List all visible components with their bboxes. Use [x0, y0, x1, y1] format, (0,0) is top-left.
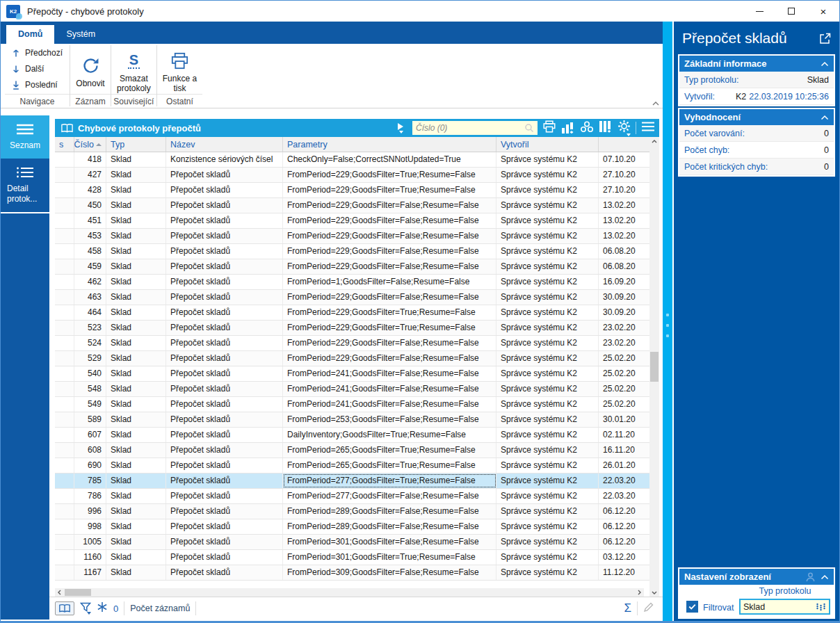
- cell-parametry[interactable]: FromPeriod=309;GoodsFilter=False;Resume=…: [283, 565, 496, 580]
- cell-cislo[interactable]: 786: [74, 489, 106, 503]
- cell-vytvoril[interactable]: Správce systému K2: [496, 382, 599, 396]
- column-header-cislo[interactable]: Číslo: [74, 137, 106, 152]
- cell-s[interactable]: [55, 305, 74, 320]
- minimize-button[interactable]: [743, 1, 775, 22]
- column-header-vytvoril[interactable]: Vytvořil: [496, 137, 599, 152]
- cell-nazev[interactable]: Přepočet skladů: [166, 290, 283, 305]
- cell-parametry[interactable]: FromPeriod=229;GoodsFilter=False;Resume=…: [283, 244, 496, 259]
- cell-vytvoril[interactable]: Správce systému K2: [496, 489, 599, 503]
- settings-button[interactable]: [617, 120, 631, 136]
- cell-nazev[interactable]: Přepočet skladů: [166, 535, 283, 549]
- cell-s[interactable]: [55, 366, 74, 381]
- cell-cislo[interactable]: 462: [74, 275, 106, 289]
- cell-nazev[interactable]: Přepočet skladů: [166, 412, 283, 427]
- cell-vytvoril[interactable]: Správce systému K2: [496, 535, 599, 549]
- table-row[interactable]: 589SkladPřepočet skladůFromPeriod=253;Go…: [55, 412, 649, 428]
- previous-button[interactable]: Předchozí: [12, 46, 63, 60]
- column-header-nazev[interactable]: Název: [166, 137, 283, 152]
- cell-typ[interactable]: Sklad: [106, 474, 166, 488]
- cell-nazev[interactable]: Přepočet skladů: [166, 275, 283, 289]
- cell-parametry[interactable]: FromPeriod=229;GoodsFilter=False;Resume=…: [283, 351, 496, 366]
- cell-vytvoril[interactable]: Správce systému K2: [496, 336, 599, 350]
- cell-typ[interactable]: Sklad: [106, 443, 166, 458]
- cell-typ[interactable]: Sklad: [106, 504, 166, 519]
- cell-cislo[interactable]: 540: [74, 366, 106, 381]
- cell-cislo[interactable]: 418: [74, 152, 106, 167]
- table-row[interactable]: 608SkladPřepočet skladůFromPeriod=265;Go…: [55, 443, 649, 458]
- grid-menu-button[interactable]: [641, 122, 655, 134]
- cell-s[interactable]: [55, 397, 74, 412]
- sidebar-item-detail[interactable]: Detail protok...: [1, 159, 49, 213]
- cell-s[interactable]: [55, 535, 74, 549]
- table-row[interactable]: 427SkladPřepočet skladůFromPeriod=229;Go…: [55, 168, 649, 183]
- scroll-up-button[interactable]: [649, 137, 659, 146]
- cell-s[interactable]: [55, 412, 74, 427]
- table-row[interactable]: 418SkladKonzistence sériových číselCheck…: [55, 152, 649, 168]
- vertical-scroll-thumb[interactable]: [650, 352, 659, 382]
- cell-cislo[interactable]: 548: [74, 382, 106, 396]
- cell-s[interactable]: [55, 474, 74, 488]
- cell-s[interactable]: [55, 336, 74, 350]
- cell-datum[interactable]: 22.03.20: [599, 474, 649, 488]
- cell-s[interactable]: [55, 259, 74, 274]
- cell-datum[interactable]: 06.08.20: [599, 244, 649, 259]
- cell-typ[interactable]: Sklad: [106, 428, 166, 442]
- cell-cislo[interactable]: 450: [74, 198, 106, 213]
- cell-nazev[interactable]: Přepočet skladů: [166, 550, 283, 565]
- cell-s[interactable]: [55, 519, 74, 534]
- cell-parametry[interactable]: FromPeriod=301;GoodsFilter=False;Resume=…: [283, 535, 496, 549]
- cell-parametry[interactable]: FromPeriod=289;GoodsFilter=False;Resume=…: [283, 504, 496, 519]
- table-row[interactable]: 1167SkladPřepočet skladůFromPeriod=309;G…: [55, 565, 649, 581]
- chevron-up-icon[interactable]: [821, 61, 829, 67]
- related-records-button[interactable]: [580, 121, 594, 136]
- scroll-left-button[interactable]: [55, 588, 64, 597]
- expand-play-button[interactable]: [398, 123, 403, 134]
- cell-datum[interactable]: 13.02.20: [599, 229, 649, 243]
- cell-cislo[interactable]: 453: [74, 229, 106, 243]
- table-row[interactable]: 549SkladPřepočet skladůFromPeriod=241;Go…: [55, 397, 649, 412]
- cell-datum[interactable]: 11.12.20: [599, 565, 649, 580]
- close-button[interactable]: ×: [807, 1, 839, 22]
- cell-nazev[interactable]: Přepočet skladů: [166, 504, 283, 519]
- cell-typ[interactable]: Sklad: [106, 183, 166, 197]
- table-row[interactable]: 996SkladPřepočet skladůFromPeriod=289;Go…: [55, 504, 649, 519]
- column-header-parametry[interactable]: Parametry: [283, 137, 496, 152]
- cell-vytvoril[interactable]: Správce systému K2: [496, 183, 599, 197]
- horizontal-scrollbar[interactable]: [55, 588, 644, 597]
- cell-typ[interactable]: Sklad: [106, 229, 166, 243]
- cell-typ[interactable]: Sklad: [106, 152, 166, 167]
- cell-parametry[interactable]: FromPeriod=241;GoodsFilter=False;Resume=…: [283, 397, 496, 412]
- cell-vytvoril[interactable]: Správce systému K2: [496, 152, 599, 167]
- cell-nazev[interactable]: Přepočet skladů: [166, 198, 283, 213]
- cell-typ[interactable]: Sklad: [106, 259, 166, 274]
- cell-typ[interactable]: Sklad: [106, 489, 166, 503]
- cell-nazev[interactable]: Přepočet skladů: [166, 321, 283, 335]
- table-row[interactable]: 462SkladPřepočet skladůFromPeriod=1;Good…: [55, 275, 649, 290]
- sidebar-item-seznam[interactable]: Seznam: [1, 115, 49, 159]
- cell-cislo[interactable]: 1167: [74, 565, 106, 580]
- cell-typ[interactable]: Sklad: [106, 366, 166, 381]
- cell-datum[interactable]: 23.02.20: [599, 336, 649, 350]
- cell-s[interactable]: [55, 275, 74, 289]
- cell-parametry[interactable]: FromPeriod=1;GoodsFilter=False;Resume=Fa…: [283, 275, 496, 289]
- cell-vytvoril[interactable]: Správce systému K2: [496, 565, 599, 580]
- cell-datum[interactable]: 30.09.20: [599, 305, 649, 320]
- scroll-down-button[interactable]: [649, 588, 659, 597]
- table-row[interactable]: 1005SkladPřepočet skladůFromPeriod=301;G…: [55, 535, 649, 550]
- table-row[interactable]: 453SkladPřepočet skladůFromPeriod=229;Go…: [55, 229, 649, 244]
- quick-search-input[interactable]: Číslo (0): [412, 121, 538, 135]
- cell-typ[interactable]: Sklad: [106, 351, 166, 366]
- table-row[interactable]: 540SkladPřepočet skladůFromPeriod=241;Go…: [55, 366, 649, 382]
- scroll-right-button[interactable]: [635, 588, 644, 597]
- cell-typ[interactable]: Sklad: [106, 382, 166, 396]
- cell-nazev[interactable]: Přepočet skladů: [166, 565, 283, 580]
- cell-nazev[interactable]: Přepočet skladů: [166, 168, 283, 182]
- cell-typ[interactable]: Sklad: [106, 336, 166, 350]
- ribbon-collapse-button[interactable]: [652, 97, 660, 109]
- tab-domu[interactable]: Domů: [6, 25, 54, 44]
- cell-s[interactable]: [55, 565, 74, 580]
- cell-vytvoril[interactable]: Správce systému K2: [496, 550, 599, 565]
- table-row[interactable]: 450SkladPřepočet skladůFromPeriod=229;Go…: [55, 198, 649, 213]
- cell-parametry[interactable]: FromPeriod=277;GoodsFilter=True;Resume=F…: [283, 474, 496, 488]
- cell-datum[interactable]: 27.10.20: [599, 183, 649, 197]
